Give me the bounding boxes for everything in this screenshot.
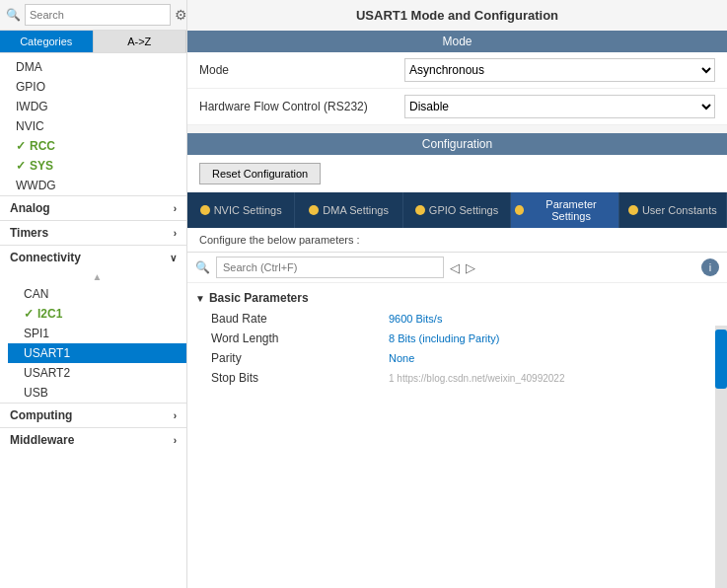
search-icon: 🔍 — [6, 8, 21, 22]
user-tab-label: User Constants — [642, 204, 717, 216]
sidebar-item-gpio[interactable]: GPIO — [0, 77, 186, 97]
parity-label: Parity — [211, 351, 389, 365]
tab-parameter-settings[interactable]: Parameter Settings — [511, 192, 618, 228]
stop-bits-label: Stop Bits — [211, 371, 389, 385]
param-tab-label: Parameter Settings — [528, 198, 614, 222]
mode-label: Mode — [199, 63, 397, 77]
dma-tab-label: DMA Settings — [323, 204, 389, 216]
basic-params-header[interactable]: ▼ Basic Parameters — [187, 287, 727, 309]
section-computing[interactable]: Computing › — [0, 403, 186, 427]
sidebar-tabs: Categories A->Z — [0, 31, 186, 53]
page-title: USART1 Mode and Configuration — [187, 0, 727, 31]
tab-gpio-settings[interactable]: GPIO Settings — [403, 192, 511, 228]
chevron-down-icon: ▼ — [195, 293, 205, 304]
mode-header: Mode — [187, 31, 727, 52]
nvic-tab-dot — [200, 205, 210, 215]
chevron-down-icon: ∨ — [170, 253, 177, 263]
config-toolbar: Reset Configuration — [187, 155, 727, 192]
hw-flow-label: Hardware Flow Control (RS232) — [199, 100, 397, 113]
scroll-up-arrow: ▲ — [8, 269, 186, 284]
sidebar-item-usb[interactable]: USB — [8, 383, 186, 403]
param-baud-rate: Baud Rate 9600 Bits/s — [187, 309, 727, 329]
main-content: USART1 Mode and Configuration Mode Mode … — [187, 0, 727, 588]
param-stop-bits: Stop Bits 1 https://blog.csdn.net/weixin… — [187, 368, 727, 388]
tab-atoz[interactable]: A->Z — [94, 31, 187, 52]
nvic-tab-label: NVIC Settings — [214, 204, 282, 216]
user-tab-dot — [628, 205, 638, 215]
sidebar-search-input[interactable] — [25, 4, 171, 26]
tab-categories[interactable]: Categories — [0, 31, 94, 52]
chevron-right-icon: › — [174, 203, 177, 214]
params-search-row: 🔍 ◁ ▷ i — [187, 253, 727, 283]
scrollbar-track — [715, 326, 727, 588]
section-analog[interactable]: Analog › — [0, 195, 186, 220]
hw-flow-select[interactable]: Disable — [404, 95, 715, 118]
search-icon: 🔍 — [195, 260, 210, 274]
sidebar-item-nvic[interactable]: NVIC — [0, 116, 186, 136]
scrollbar-thumb[interactable] — [715, 330, 727, 389]
param-word-length: Word Length 8 Bits (including Parity) — [187, 329, 727, 348]
sidebar-item-sys[interactable]: SYS — [0, 156, 186, 176]
tab-nvic-settings[interactable]: NVIC Settings — [187, 192, 295, 228]
sidebar-content: DMA GPIO IWDG NVIC RCC SYS WWDG Analog ›… — [0, 53, 186, 588]
section-analog-label: Analog — [10, 201, 50, 215]
config-tabs: NVIC Settings DMA Settings GPIO Settings… — [187, 192, 727, 228]
stop-bits-value: 1 https://blog.csdn.net/weixin_40992022 — [389, 373, 564, 384]
dma-tab-dot — [309, 205, 319, 215]
sidebar-search-bar: 🔍 ⚙ — [0, 0, 186, 31]
word-length-label: Word Length — [211, 331, 389, 345]
chevron-right-icon: › — [174, 410, 177, 421]
sidebar-item-usart1[interactable]: USART1 — [8, 343, 186, 363]
section-middleware[interactable]: Middleware › — [0, 427, 186, 452]
sidebar-item-iwdg[interactable]: IWDG — [0, 97, 186, 116]
section-connectivity[interactable]: Connectivity ∨ — [0, 245, 186, 269]
sidebar-item-wwdg[interactable]: WWDG — [0, 176, 186, 195]
gear-icon[interactable]: ⚙ — [175, 7, 187, 23]
prev-result-button[interactable]: ◁ — [450, 260, 460, 275]
chevron-right-icon: › — [174, 435, 177, 446]
tab-dma-settings[interactable]: DMA Settings — [295, 192, 402, 228]
chevron-right-icon: › — [174, 228, 177, 239]
tab-user-constants[interactable]: User Constants — [619, 192, 727, 228]
baud-rate-label: Baud Rate — [211, 312, 389, 326]
word-length-value: 8 Bits (including Parity) — [389, 332, 500, 344]
mode-row-2: Hardware Flow Control (RS232) Disable — [187, 89, 727, 125]
sidebar-item-i2c1[interactable]: I2C1 — [8, 304, 186, 324]
params-info-bar: Configure the below parameters : — [187, 228, 727, 253]
param-tab-dot — [515, 205, 524, 215]
mode-section: Mode Mode Asynchronous Hardware Flow Con… — [187, 31, 727, 125]
section-middleware-label: Middleware — [10, 433, 74, 447]
next-result-button[interactable]: ▷ — [466, 260, 475, 275]
reset-config-button[interactable]: Reset Configuration — [199, 163, 321, 184]
params-search-input[interactable] — [216, 257, 444, 278]
config-header: Configuration — [187, 133, 727, 155]
info-button[interactable]: i — [701, 258, 719, 276]
mode-select[interactable]: Asynchronous — [404, 58, 715, 82]
parity-value: None — [389, 352, 414, 364]
section-computing-label: Computing — [10, 408, 72, 422]
sidebar-item-spi1[interactable]: SPI1 — [8, 324, 186, 343]
sidebar-item-dma[interactable]: DMA — [0, 57, 186, 77]
config-section: Configuration Reset Configuration NVIC S… — [187, 133, 727, 588]
sidebar-item-rcc[interactable]: RCC — [0, 136, 186, 156]
gpio-tab-label: GPIO Settings — [429, 204, 498, 216]
sidebar-item-can[interactable]: CAN — [8, 284, 186, 304]
mode-row-1: Mode Asynchronous — [187, 52, 727, 89]
gpio-tab-dot — [415, 205, 425, 215]
section-timers[interactable]: Timers › — [0, 220, 186, 245]
baud-rate-value: 9600 Bits/s — [389, 313, 442, 325]
params-content: ▼ Basic Parameters Baud Rate 9600 Bits/s… — [187, 283, 727, 392]
basic-params-label: Basic Parameters — [209, 291, 309, 305]
section-timers-label: Timers — [10, 226, 48, 240]
sidebar-item-usart2[interactable]: USART2 — [8, 363, 186, 383]
sidebar: 🔍 ⚙ Categories A->Z DMA GPIO IWDG NVIC R… — [0, 0, 187, 588]
connectivity-sub-items: ▲ CAN I2C1 SPI1 USART1 USART2 USB — [0, 269, 186, 403]
param-parity: Parity None — [187, 348, 727, 368]
section-connectivity-label: Connectivity — [10, 251, 81, 264]
